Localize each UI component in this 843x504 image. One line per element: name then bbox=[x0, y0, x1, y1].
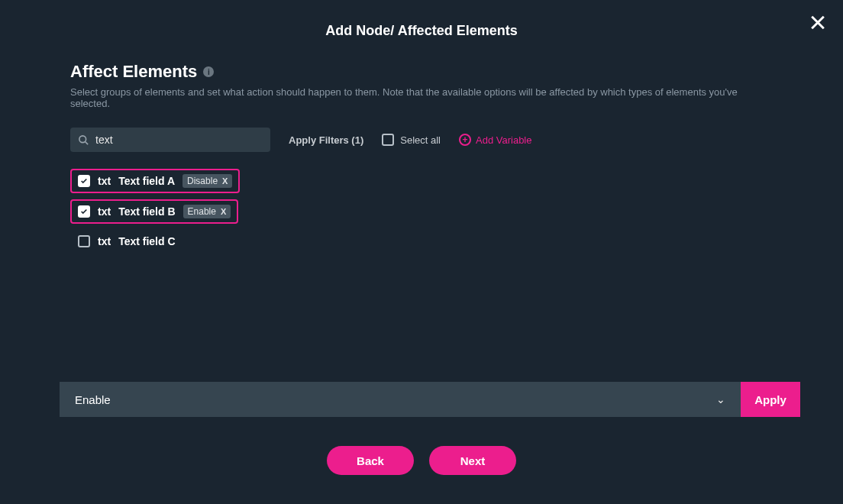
element-label: Text field A bbox=[118, 175, 175, 187]
element-row[interactable]: txtText field C bbox=[70, 230, 183, 253]
checkbox-icon[interactable] bbox=[78, 235, 90, 247]
next-button[interactable]: Next bbox=[429, 446, 516, 475]
select-all-label: Select all bbox=[400, 134, 441, 146]
close-icon[interactable] bbox=[809, 14, 826, 31]
action-select[interactable]: Enable ⌄ bbox=[60, 382, 741, 417]
section-heading-text: Affect Elements bbox=[70, 62, 197, 82]
section-description: Select groups of elements and set what a… bbox=[70, 86, 773, 109]
apply-action-bar: Enable ⌄ Apply bbox=[60, 382, 800, 417]
remove-action-icon[interactable]: X bbox=[221, 207, 226, 216]
info-icon[interactable]: i bbox=[203, 66, 214, 77]
filter-row: Apply Filters (1) Select all + Add Varia… bbox=[70, 128, 773, 152]
search-icon bbox=[78, 134, 89, 146]
action-select-value: Enable bbox=[75, 393, 111, 406]
element-prefix: txt bbox=[98, 235, 111, 247]
plus-circle-icon: + bbox=[459, 134, 471, 146]
select-all-checkbox[interactable]: Select all bbox=[382, 134, 441, 146]
checkbox-icon bbox=[382, 134, 394, 146]
svg-line-1 bbox=[86, 141, 88, 144]
element-label: Text field C bbox=[118, 235, 175, 247]
chevron-down-icon: ⌄ bbox=[716, 393, 725, 405]
apply-button[interactable]: Apply bbox=[741, 382, 800, 417]
modal-title: Add Node/ Affected Elements bbox=[0, 0, 843, 39]
element-row[interactable]: txtText field ADisableX bbox=[70, 169, 240, 193]
element-list: txtText field ADisableXtxtText field BEn… bbox=[70, 169, 773, 253]
element-prefix: txt bbox=[98, 175, 111, 187]
search-input[interactable] bbox=[89, 134, 263, 146]
action-chip-label: Enable bbox=[188, 206, 216, 217]
element-prefix: txt bbox=[98, 205, 111, 218]
checkbox-icon[interactable] bbox=[78, 175, 90, 187]
action-chip: EnableX bbox=[183, 205, 231, 218]
content-area: Affect Elements i Select groups of eleme… bbox=[0, 39, 843, 253]
remove-action-icon[interactable]: X bbox=[222, 176, 228, 186]
apply-filters-link[interactable]: Apply Filters (1) bbox=[289, 134, 363, 146]
svg-point-0 bbox=[79, 135, 86, 142]
element-label: Text field B bbox=[118, 205, 175, 218]
modal-add-node-affected-elements: Add Node/ Affected Elements Affect Eleme… bbox=[0, 0, 843, 504]
search-box[interactable] bbox=[70, 128, 270, 152]
add-variable-button[interactable]: + Add Variable bbox=[459, 134, 531, 146]
footer-nav: Back Next bbox=[0, 446, 843, 475]
checkbox-icon[interactable] bbox=[78, 205, 90, 218]
action-chip: DisableX bbox=[182, 174, 232, 188]
back-button[interactable]: Back bbox=[327, 446, 414, 475]
section-heading: Affect Elements i bbox=[70, 62, 773, 82]
add-variable-label: Add Variable bbox=[476, 134, 531, 146]
element-row[interactable]: txtText field BEnableX bbox=[70, 199, 238, 224]
action-chip-label: Disable bbox=[187, 176, 218, 186]
